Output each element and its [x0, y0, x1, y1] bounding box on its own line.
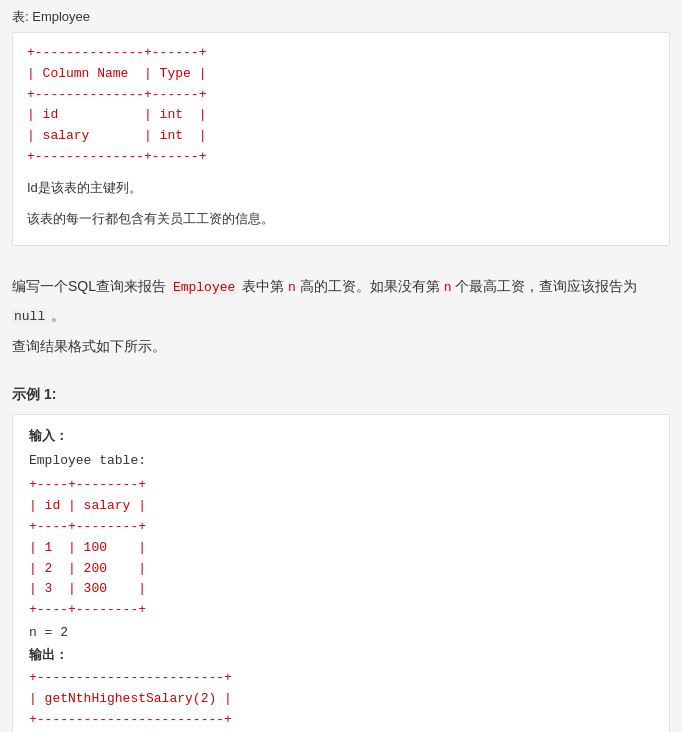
input-ascii: +----+--------+ | id | salary | +----+--…	[29, 475, 653, 621]
example-box: 输入： Employee table: +----+--------+ | id…	[12, 414, 670, 732]
desc-line2: 该表的每一行都包含有关员工工资的信息。	[27, 207, 655, 230]
problem-text-end: 。	[51, 307, 65, 323]
page-container: 表: Employee +--------------+------+ | Co…	[0, 0, 682, 732]
schema-ascii: +--------------+------+ | Column Name | …	[27, 43, 655, 168]
problem-text-mid2: 高的工资。如果没有第	[300, 278, 440, 294]
schema-box: +--------------+------+ | Column Name | …	[12, 32, 670, 246]
example-title: 示例 1:	[12, 386, 670, 404]
gap1	[12, 254, 670, 272]
input-label: 输入：	[29, 427, 653, 445]
result-format-text: 查询结果格式如下所示。	[12, 338, 670, 356]
n-var2: n	[444, 280, 452, 295]
table-label: 表: Employee	[12, 8, 670, 26]
output-ascii-top: +------------------------+ | getNthHighe…	[29, 668, 653, 730]
table-label-text: 表: Employee	[12, 9, 90, 24]
output-label: 输出：	[29, 646, 653, 664]
n-var1: n	[288, 280, 296, 295]
gap2	[12, 368, 670, 386]
problem-text-before: 编写一个SQL查询来报告	[12, 278, 166, 294]
null-code: null	[12, 309, 47, 324]
problem-text-mid1: 表中第	[242, 278, 284, 294]
desc-line1: Id是该表的主键列。	[27, 176, 655, 199]
employee-table-label: Employee table:	[29, 451, 653, 472]
problem-text-mid3: 个最高工资，查询应该报告为	[455, 278, 637, 294]
problem-statement: 编写一个SQL查询来报告 Employee 表中第 n 高的工资。如果没有第 n…	[12, 272, 670, 330]
table-name-code: Employee	[170, 280, 238, 295]
n-value-line: n = 2	[29, 625, 653, 640]
